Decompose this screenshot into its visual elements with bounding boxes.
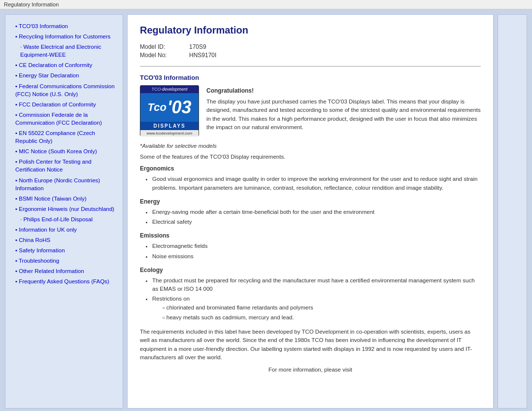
closing-paragraph: The requirements included in this label …: [140, 328, 481, 362]
nav-item-uk[interactable]: Information for UK only: [10, 226, 118, 234]
emissions-section: Emissions Electromagnetic fields Noise e…: [140, 232, 481, 261]
right-panel: [498, 14, 527, 409]
nav-item-mic[interactable]: MIC Notice (South Korea Only): [10, 147, 118, 155]
features-text: Some of the features of the TCO'03 Displ…: [140, 153, 481, 161]
ergonomics-section: Ergonomics Good visual ergonomics and im…: [140, 165, 481, 192]
nav-item-recycling[interactable]: Recycling Information for Customers: [10, 33, 118, 40]
available-text: *Available for selective models: [140, 143, 481, 149]
tco-logo-number-area: Tco '03: [140, 93, 199, 122]
model-no-value: HNS9170I: [189, 52, 216, 59]
energy-title: Energy: [140, 198, 481, 205]
nav-item-weee[interactable]: Waste Electrical and Electronic Equipmen…: [10, 43, 118, 59]
title-bar: Regulatory Information: [0, 0, 532, 9]
energy-item-2: Electrical safety: [152, 218, 481, 226]
ergonomics-title: Ergonomics: [140, 165, 481, 172]
nav-item-fcc[interactable]: Federal Communications Commission (FCC) …: [10, 82, 118, 98]
ecology-title: Ecology: [140, 267, 481, 274]
for-more-info: For more information, please visit: [140, 367, 481, 373]
nav-item-philips-disposal[interactable]: Philips End-of-Life Disposal: [10, 215, 118, 223]
ergonomics-item-1: Good visual ergonomics and image quality…: [152, 175, 481, 192]
tco-logo: TCO·development Tco '03 DISPLAYS www.tco…: [140, 86, 199, 136]
nav-item-faq[interactable]: Frequently Asked Questions (FAQs): [10, 277, 118, 285]
ecology-sub-list: chlorinated and brominated flame retarda…: [152, 304, 481, 322]
nav-item-ce[interactable]: CE Declaration of Conformity: [10, 61, 118, 69]
tco-logo-url: www.tcodevelopment.com: [140, 130, 199, 137]
tco-logo-top-text: TCO·development: [140, 85, 199, 93]
ecology-sub-item-2: heavy metals such as cadmium, mercury an…: [162, 313, 481, 322]
nav-item-commission[interactable]: Commission Federale de la Communication …: [10, 111, 118, 127]
nav-item-china-rohs[interactable]: China RoHS: [10, 236, 118, 244]
ecology-item-1: The product must be prepared for recycli…: [152, 276, 481, 294]
emissions-item-2: Noise emissions: [152, 252, 481, 261]
emissions-list: Electromagnetic fields Noise emissions: [140, 242, 481, 261]
emissions-title: Emissions: [140, 232, 481, 239]
model-id-label: Model ID:: [140, 43, 179, 50]
divider: [140, 66, 481, 67]
nav-item-other[interactable]: Other Related Information: [10, 267, 118, 275]
ecology-list: The product must be prepared for recycli…: [140, 276, 481, 322]
tco-info-block: TCO·development Tco '03 DISPLAYS www.tco…: [140, 86, 481, 136]
content-panel: Regulatory Information Model ID: 170S9 M…: [127, 14, 494, 409]
nav-item-nordic[interactable]: North Europe (Nordic Countries) Informat…: [10, 176, 118, 192]
nav-item-tco[interactable]: TCO'03 Information: [10, 22, 118, 30]
model-no-label: Model No:: [140, 52, 179, 59]
nav-item-en55022[interactable]: EN 55022 Compliance (Czech Republic Only…: [10, 129, 118, 145]
energy-list: Energy-saving mode after a certain time-…: [140, 208, 481, 227]
emissions-item-1: Electromagnetic fields: [152, 242, 481, 250]
energy-section: Energy Energy-saving mode after a certai…: [140, 198, 481, 227]
nav-item-fcc-declaration[interactable]: FCC Declaration of Conformity: [10, 101, 118, 108]
ecology-item-2: Restrictions on chlorinated and brominat…: [152, 295, 481, 322]
nav-item-safety[interactable]: Safety Information: [10, 246, 118, 254]
energy-item-1: Energy-saving mode after a certain time-…: [152, 208, 481, 216]
tco-section-title: TCO'03 Information: [140, 74, 481, 81]
page-title: Regulatory Information: [140, 25, 481, 36]
nav-item-troubleshooting[interactable]: Troubleshooting: [10, 257, 118, 265]
nav-item-ergonomie[interactable]: Ergonomie Hinweis (nur Deutschland): [10, 205, 118, 213]
ecology-sub-item-1: chlorinated and brominated flame retarda…: [162, 304, 481, 312]
ergonomics-list: Good visual ergonomics and image quality…: [140, 175, 481, 192]
tco-logo-displays: DISPLAYS: [140, 122, 199, 130]
nav-item-polish[interactable]: Polish Center for Testing and Certificat…: [10, 158, 118, 173]
model-id-value: 170S9: [189, 43, 206, 50]
congratulations-label: Congratulations!: [206, 86, 481, 95]
nav-item-energy-star[interactable]: Energy Star Declaration: [10, 71, 118, 79]
congratulations-text: The display you have just purchased carr…: [206, 98, 481, 132]
nav-item-bsmi[interactable]: BSMI Notice (Taiwan Only): [10, 195, 118, 203]
left-nav-panel: TCO'03 Information Recycling Information…: [5, 14, 123, 409]
title-bar-text: Regulatory Information: [4, 1, 59, 7]
tco-description: Congratulations! The display you have ju…: [206, 86, 481, 136]
model-info: Model ID: 170S9 Model No: HNS9170I: [140, 43, 481, 59]
ecology-section: Ecology The product must be prepared for…: [140, 267, 481, 322]
